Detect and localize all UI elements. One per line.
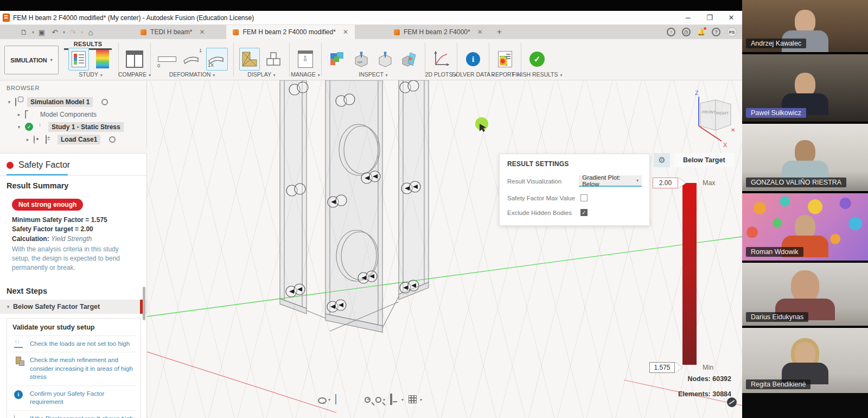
participant-name: Andrzej Kawalec xyxy=(746,39,806,48)
video-tile[interactable]: Regita Bendikienė xyxy=(742,328,868,393)
doc-tab-fem-f4000[interactable]: FEM H beam 2 F4000* ✕ xyxy=(387,25,489,39)
file-menu-icon[interactable]: 🗋 xyxy=(18,27,29,37)
group-label-inspect[interactable]: INSPECT ▾ xyxy=(359,71,387,78)
video-tile[interactable]: Roman Wdowik xyxy=(742,193,868,261)
video-tile[interactable]: Andrzej Kawalec xyxy=(742,0,868,52)
finish-results-button[interactable]: ✓ xyxy=(527,48,547,71)
3d-viewport[interactable]: FRONT RIGHT Z X ✕ RESULT SETTINGS Result… xyxy=(147,80,742,418)
chevron-down-icon[interactable]: ▾ xyxy=(63,30,65,35)
elements-count: Elements: 30884 xyxy=(678,390,731,398)
manage-button[interactable] xyxy=(295,48,316,71)
eye-icon[interactable] xyxy=(34,135,35,144)
chevron-down-icon[interactable]: ▾ xyxy=(16,124,22,130)
group-label-compare[interactable]: COMPARE ▾ xyxy=(118,71,151,78)
inspect-slice-button[interactable] xyxy=(399,48,419,71)
legend-min-input[interactable]: 1.575 xyxy=(649,362,675,373)
h-beam-model[interactable] xyxy=(280,80,429,332)
deformation-scaled-button[interactable]: 1 xyxy=(181,48,203,71)
study-report-button[interactable] xyxy=(68,48,89,71)
viewcube-right-label[interactable]: RIGHT xyxy=(716,111,729,115)
restore-button[interactable]: ❐ xyxy=(699,11,720,24)
doc-tab-fem-modified[interactable]: FEM H beam 2 F4000 modified* ✕ xyxy=(226,25,354,39)
close-icon[interactable]: ✕ xyxy=(477,28,483,36)
display-settings-button[interactable]: ▾ xyxy=(390,395,404,404)
below-target-collapse[interactable]: ▾ Below Safety Factor Target xyxy=(0,300,146,314)
group-label-solver-data[interactable]: SOLVER DATA ▾ xyxy=(452,71,495,78)
zoom-button[interactable] xyxy=(365,397,371,403)
inspect-point-button[interactable]: xyz xyxy=(351,48,372,71)
panel-scrollbar[interactable] xyxy=(143,287,145,320)
compare-button[interactable] xyxy=(124,48,145,71)
account-avatar[interactable]: PS xyxy=(727,27,737,37)
display-plain-button[interactable] xyxy=(263,48,284,71)
group-label-study[interactable]: STUDY ▾ xyxy=(79,71,102,78)
minimize-button[interactable]: ─ xyxy=(677,11,699,24)
view-cube[interactable] xyxy=(699,97,731,141)
workspace-switcher[interactable]: SIMULATION▾ xyxy=(4,46,59,74)
safety-factor-max-checkbox[interactable] xyxy=(580,194,588,201)
report-button[interactable] xyxy=(495,48,515,71)
tree-item-study1[interactable]: ▾ ✓ Study 1 - Static Stress xyxy=(7,121,146,133)
close-button[interactable]: ✕ xyxy=(720,11,742,24)
video-tile[interactable]: Paweł Sułkowicz xyxy=(742,54,868,122)
undo-icon[interactable]: ↶ xyxy=(49,27,60,37)
legend-button[interactable] xyxy=(92,48,113,71)
activate-radio[interactable] xyxy=(101,99,108,105)
group-label-finish-results[interactable]: FINISH RESULTS ▾ xyxy=(512,71,563,78)
deformation-actual-button[interactable]: 1X xyxy=(206,48,228,71)
group-label-manage[interactable]: MANAGE ▾ xyxy=(291,71,320,78)
chevron-down-icon: ▾ xyxy=(401,397,404,402)
group-label-deformation[interactable]: DEFORMATION ▾ xyxy=(169,71,215,78)
save-icon[interactable]: ▣ xyxy=(36,27,47,37)
close-icon[interactable]: ✕ xyxy=(731,127,735,133)
step-nonlinear-study[interactable]: If the Displacement result shows high di… xyxy=(12,410,136,418)
validate-heading: Validate your study setup xyxy=(12,324,136,331)
video-tile[interactable]: GONZALO VALIÑO RIESTRA xyxy=(742,124,868,191)
inspect-results-button[interactable] xyxy=(327,48,348,71)
notifications-bell-icon[interactable]: 🔔 xyxy=(697,28,705,36)
tree-item-model-components[interactable]: ▸ Model Components xyxy=(7,108,146,121)
group-label-display[interactable]: DISPLAY ▾ xyxy=(247,71,275,78)
2d-plots-button[interactable] xyxy=(431,48,451,71)
home-icon[interactable]: ⌂ xyxy=(85,27,96,37)
job-status-icon[interactable]: ◷ xyxy=(682,28,691,36)
help-icon[interactable]: ? xyxy=(712,28,720,36)
legend-max-entry: 2.00 xyxy=(653,178,686,188)
tree-item-simulation-model[interactable]: ▾ Simulation Model 1 xyxy=(7,96,146,108)
solver-data-button[interactable]: i xyxy=(463,48,483,71)
exclude-hidden-bodies-checkbox[interactable]: ✓ xyxy=(580,209,588,216)
min-safety-factor-line: Minimum Safety Factor = 1.575 xyxy=(12,216,137,225)
grid-settings-button[interactable]: ▾ xyxy=(409,394,422,405)
chevron-right-icon[interactable]: ▸ xyxy=(25,137,30,142)
close-icon[interactable]: ✕ xyxy=(199,28,205,36)
viewcube-front-label[interactable]: FRONT xyxy=(702,110,716,114)
inspect-probe-button[interactable] xyxy=(375,48,395,71)
result-visualization-dropdown[interactable]: Gradient Plot: Below ▾ xyxy=(579,175,642,187)
chevron-down-icon[interactable]: ▾ xyxy=(32,30,34,35)
new-tab-icon[interactable]: + xyxy=(489,27,509,37)
chevron-down-icon[interactable]: ▾ xyxy=(7,99,12,105)
app-launcher-icon[interactable] xyxy=(5,27,16,37)
probe-cube-xyz-icon: xyz xyxy=(353,51,369,67)
orbit-button[interactable]: ▾ xyxy=(318,396,330,404)
close-icon[interactable]: ✕ xyxy=(343,28,348,36)
video-tile[interactable]: Darius Eidukynas xyxy=(742,263,868,326)
gear-icon: ⚙ xyxy=(658,155,665,165)
step-check-loads[interactable]: Check the loads are not set too high xyxy=(12,335,136,352)
redo-icon[interactable]: ↷ xyxy=(67,27,78,37)
curve-plot-icon xyxy=(433,51,449,67)
deformation-none-button[interactable]: 0 xyxy=(156,48,178,71)
step-check-mesh[interactable]: Check the mesh refinement and consider i… xyxy=(12,352,136,385)
doc-tab-tedi-h-beam[interactable]: TEDI H beam* ✕ xyxy=(134,25,211,39)
look-at-button[interactable] xyxy=(335,395,345,404)
extensions-icon[interactable]: ◔ xyxy=(667,28,675,36)
legend-max-input[interactable]: 2.00 xyxy=(653,178,678,188)
chevron-right-icon[interactable]: ▸ xyxy=(16,112,22,117)
activate-radio[interactable] xyxy=(109,136,116,143)
legend-settings-button[interactable]: ⚙ xyxy=(654,153,670,167)
display-mesh-button[interactable] xyxy=(239,48,260,71)
pan-button[interactable] xyxy=(350,395,360,404)
fit-button[interactable]: ▾ xyxy=(375,397,385,403)
tree-item-load-case1[interactable]: ▸ Load Case1 xyxy=(7,133,146,145)
step-confirm-requirement[interactable]: i Confirm your Safety Factor requirement xyxy=(12,385,136,410)
